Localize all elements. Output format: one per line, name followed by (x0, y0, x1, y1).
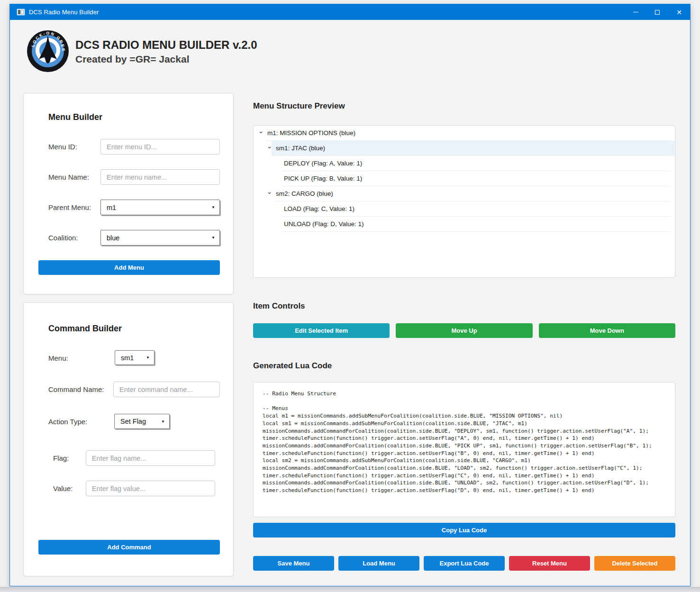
app-icon (17, 9, 25, 15)
chevron-down-icon[interactable]: ⌄ (267, 188, 272, 195)
edit-selected-item-button[interactable]: Edit Selected Item (253, 323, 390, 338)
app-subtitle: Created by =GR= Jackal (75, 54, 189, 65)
chevron-down-icon[interactable]: ⌄ (267, 143, 272, 150)
chevron-down-icon: ▼ (146, 355, 150, 360)
tree-item-sm1-selected[interactable]: ⌄ sm1: JTAC (blue) (254, 141, 674, 156)
coalition-select[interactable]: blue ▼ (100, 230, 220, 246)
action-type-value: Set Flag (120, 418, 146, 425)
maximize-button[interactable] (646, 4, 668, 20)
move-down-button[interactable]: Move Down (539, 323, 675, 338)
command-name-input[interactable] (113, 382, 220, 397)
tree-item-pickup[interactable]: PICK UP (Flag: B, Value: 1) (254, 171, 674, 186)
menu-name-input[interactable] (100, 169, 220, 185)
minimize-button[interactable] (625, 4, 646, 20)
parent-menu-label: Parent Menu: (48, 203, 91, 211)
window-bottom-shadow (0, 587, 700, 592)
app-logo: LOCK-ON GREECE (27, 30, 69, 73)
command-menu-select[interactable]: sm1 ▼ (115, 350, 155, 365)
value-input[interactable] (86, 481, 215, 496)
preview-title: Menu Structure Preview (253, 101, 345, 111)
reset-menu-button[interactable]: Reset Menu (509, 556, 590, 571)
tree-item-deploy[interactable]: DEPLOY (Flag: A, Value: 1) (254, 156, 674, 171)
parent-menu-select[interactable]: m1 ▼ (100, 200, 220, 215)
save-menu-button[interactable]: Save Menu (253, 556, 334, 571)
menu-builder-title: Menu Builder (48, 112, 102, 122)
command-menu-value: sm1 (121, 354, 134, 362)
value-label: Value: (53, 484, 73, 492)
menu-id-input[interactable] (100, 139, 220, 155)
tree-item-m1[interactable]: ⌄ m1: MISSION OPTIONS (blue) (254, 126, 674, 141)
tree-item-sm2[interactable]: ⌄ sm2: CARGO (blue) (254, 186, 674, 201)
maximize-icon (655, 10, 660, 15)
app-window: DCS Radio Menu Builder ✕ LOCK-ON GREECE … (9, 4, 691, 586)
coalition-label: Coalition: (48, 234, 78, 242)
close-button[interactable]: ✕ (668, 4, 690, 20)
action-type-select[interactable]: Set Flag ▼ (114, 414, 170, 429)
load-menu-button[interactable]: Load Menu (338, 556, 419, 571)
lua-code-title: Generated Lua Code (253, 361, 332, 371)
flag-input[interactable] (86, 450, 215, 466)
add-command-button[interactable]: Add Command (38, 540, 220, 555)
title-bar[interactable]: DCS Radio Menu Builder ✕ (10, 4, 690, 20)
command-name-label: Command Name: (48, 385, 104, 393)
action-type-label: Action Type: (48, 418, 87, 426)
minimize-icon (633, 12, 638, 12)
app-title: DCS RADIO MENU BUILDER v.2.0 (75, 38, 257, 52)
window-title: DCS Radio Menu Builder (29, 9, 99, 16)
lua-code-text: -- Radio Menu Structure -- Menus local m… (254, 383, 675, 494)
chevron-down-icon: ▼ (161, 419, 165, 424)
copy-lua-code-button[interactable]: Copy Lua Code (253, 523, 675, 537)
command-builder-title: Command Builder (48, 324, 122, 334)
move-up-button[interactable]: Move Up (396, 323, 532, 338)
chevron-down-icon: ▼ (211, 205, 215, 209)
menu-name-label: Menu Name: (48, 173, 89, 181)
flag-label: Flag: (53, 454, 69, 462)
add-menu-button[interactable]: Add Menu (38, 260, 220, 275)
chevron-down-icon[interactable]: ⌄ (258, 128, 264, 135)
menu-id-label: Menu ID: (48, 143, 77, 151)
coalition-value: blue (107, 234, 119, 242)
command-menu-label: Menu: (48, 354, 68, 362)
menu-builder-card: Menu Builder Menu ID: Menu Name: Parent … (23, 93, 234, 294)
export-lua-code-button[interactable]: Export Lua Code (424, 556, 505, 571)
close-icon: ✕ (676, 9, 682, 16)
tree-item-load[interactable]: LOAD (Flag: C, Value: 1) (254, 201, 674, 217)
chevron-down-icon: ▼ (211, 236, 215, 240)
tree-item-unload[interactable]: UNLOAD (Flag: D, Value: 1) (254, 217, 674, 232)
delete-selected-button[interactable]: Delete Selected (594, 556, 675, 571)
menu-structure-tree: ⌄ m1: MISSION OPTIONS (blue) ⌄ sm1: JTAC… (253, 125, 675, 278)
parent-menu-value: m1 (107, 204, 116, 211)
item-controls-title: Item Controls (253, 301, 305, 311)
lua-code-panel[interactable]: -- Radio Menu Structure -- Menus local m… (253, 382, 675, 517)
command-builder-card: Command Builder Menu: sm1 ▼ Command Name… (23, 302, 234, 576)
selected-row-highlight (272, 141, 674, 156)
